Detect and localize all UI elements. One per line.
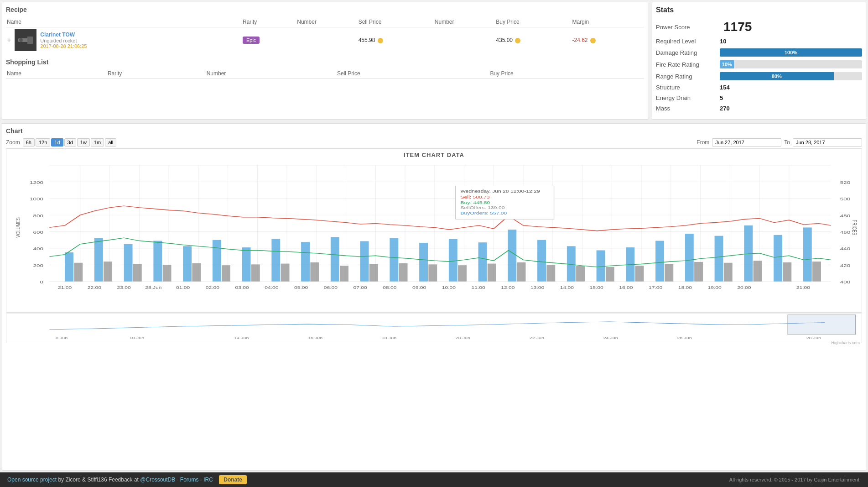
- svg-text:14:00: 14:00: [560, 286, 574, 290]
- to-label: To: [784, 139, 790, 146]
- svg-rect-103: [783, 262, 791, 282]
- svg-text:1000: 1000: [30, 197, 43, 201]
- col-sell-price: Sell Price: [358, 17, 434, 27]
- to-date-input[interactable]: [793, 138, 862, 147]
- svg-rect-63: [360, 241, 369, 281]
- svg-rect-57: [183, 246, 192, 281]
- svg-rect-71: [597, 250, 605, 281]
- add-item-button[interactable]: +: [7, 36, 11, 44]
- power-score-row: Power Score 1175: [656, 20, 862, 34]
- zoom-6h[interactable]: 6h: [23, 138, 35, 147]
- zoom-all[interactable]: all: [105, 138, 116, 147]
- structure-label: Structure: [656, 84, 720, 91]
- svg-rect-82: [163, 265, 172, 281]
- col-buy-price: Buy Price: [495, 17, 571, 27]
- svg-text:01:00: 01:00: [176, 286, 190, 290]
- donate-button[interactable]: Donate: [219, 475, 247, 484]
- zoom-12h[interactable]: 12h: [36, 138, 50, 147]
- recipe-title: Recipe: [6, 6, 644, 13]
- zoom-1d[interactable]: 1d: [51, 138, 63, 147]
- open-source-link[interactable]: Open source project: [7, 477, 57, 483]
- chart-data-title: ITEM CHART DATA: [6, 149, 862, 161]
- svg-rect-68: [508, 230, 516, 282]
- svg-rect-81: [133, 264, 142, 281]
- svg-text:28.Jun: 28.Jun: [806, 336, 821, 339]
- svg-text:26.Jun: 26.Jun: [677, 336, 691, 339]
- main-chart-svg: 0 200 400 600 800 1000 1200 VOLUMES 400 …: [6, 161, 862, 298]
- svg-text:10:00: 10:00: [442, 286, 456, 290]
- mass-label: Mass: [656, 105, 720, 112]
- item-name[interactable]: Clarinet TOW: [40, 31, 87, 38]
- fire-rate-fill: 10%: [720, 60, 734, 68]
- svg-rect-97: [606, 267, 614, 282]
- buy-price: 435.00: [495, 27, 571, 53]
- svg-rect-98: [635, 266, 644, 282]
- svg-rect-56: [153, 241, 162, 282]
- fire-rate-row: Fire Rate Rating 10%: [656, 60, 862, 68]
- damage-rating-label: Damage Rating: [656, 49, 720, 56]
- svg-rect-54: [94, 238, 103, 281]
- svg-text:440: 440: [840, 247, 851, 251]
- from-label: From: [696, 139, 709, 146]
- zoom-1w[interactable]: 1w: [77, 138, 90, 147]
- svg-rect-91: [428, 264, 437, 281]
- svg-point-3: [19, 38, 23, 42]
- svg-text:04:00: 04:00: [265, 286, 279, 290]
- svg-text:21:00: 21:00: [58, 286, 72, 290]
- rarity-badge: Epic: [243, 37, 260, 44]
- zoom-3d[interactable]: 3d: [64, 138, 76, 147]
- svg-rect-100: [694, 262, 703, 282]
- sl-col-sell-price: Sell Price: [336, 68, 489, 79]
- energy-drain-label: Energy Drain: [656, 94, 720, 101]
- main-chart-container: ITEM CHART DATA: [6, 148, 862, 313]
- svg-rect-92: [458, 265, 467, 281]
- svg-text:200: 200: [33, 263, 43, 267]
- svg-text:08:00: 08:00: [383, 286, 397, 290]
- svg-text:PRICES: PRICES: [851, 220, 858, 236]
- svg-rect-102: [754, 261, 762, 281]
- svg-text:VOLUMES: VOLUMES: [15, 217, 21, 238]
- mass-value: 270: [720, 105, 730, 112]
- col-number: Number: [296, 17, 357, 27]
- svg-text:20:00: 20:00: [737, 286, 751, 290]
- energy-drain-row: Energy Drain 5: [656, 94, 862, 101]
- highcharts-credit: Highcharts.com: [6, 340, 862, 345]
- svg-text:09:00: 09:00: [412, 286, 426, 290]
- svg-text:BuyOrders: 557.00: BuyOrders: 557.00: [461, 211, 507, 215]
- sl-col-number: Number: [206, 68, 336, 79]
- forums-link[interactable]: Forums: [180, 477, 199, 483]
- crossoutdb-link[interactable]: @CrossoutDB: [140, 477, 175, 483]
- svg-text:0: 0: [40, 280, 43, 284]
- svg-rect-89: [369, 264, 378, 281]
- svg-rect-66: [449, 239, 457, 282]
- stats-title: Stats: [656, 6, 862, 14]
- svg-text:500: 500: [840, 197, 851, 201]
- zoom-1m[interactable]: 1m: [91, 138, 104, 147]
- svg-rect-93: [488, 264, 496, 282]
- svg-rect-58: [213, 240, 221, 282]
- svg-rect-69: [537, 240, 546, 282]
- svg-text:18.Jun: 18.Jun: [382, 336, 396, 339]
- svg-text:13:00: 13:00: [530, 286, 545, 290]
- power-score-label: Power Score: [656, 24, 720, 31]
- sl-col-name: Name: [6, 68, 107, 79]
- svg-text:24.Jun: 24.Jun: [603, 336, 618, 339]
- svg-text:28.Jun: 28.Jun: [145, 286, 162, 290]
- footer-sep1: -: [177, 477, 180, 483]
- structure-value: 154: [720, 84, 730, 91]
- irc-link[interactable]: IRC: [203, 477, 213, 483]
- from-date-input[interactable]: [712, 138, 781, 147]
- structure-row: Structure 154: [656, 84, 862, 91]
- svg-rect-101: [724, 263, 733, 282]
- sell-price: 455.98: [358, 27, 434, 53]
- svg-rect-67: [478, 242, 487, 281]
- svg-text:400: 400: [840, 280, 851, 284]
- svg-rect-79: [74, 263, 83, 282]
- damage-rating-bar: 100%: [720, 48, 862, 57]
- svg-text:SellOffers: 139.00: SellOffers: 139.00: [461, 206, 505, 210]
- shopping-list-table: Name Rarity Number Sell Price Buy Price: [6, 68, 644, 79]
- svg-rect-75: [715, 236, 723, 282]
- svg-rect-61: [301, 242, 310, 281]
- gold-icon-3: [590, 38, 596, 43]
- svg-rect-87: [310, 262, 319, 282]
